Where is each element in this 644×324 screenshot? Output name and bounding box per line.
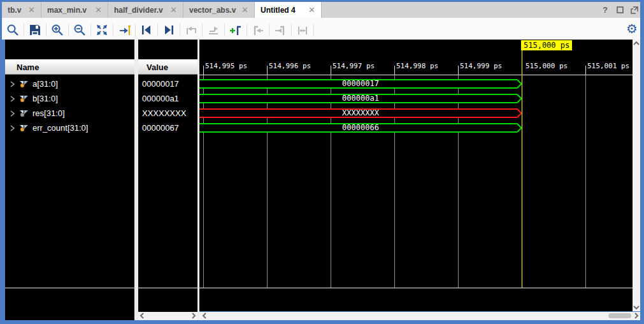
gridline: [267, 75, 268, 288]
bus-value: 000000a1: [199, 94, 522, 103]
waveform-canvas[interactable]: 514,995 ps 514,996 ps 514,997 ps 514,998…: [199, 40, 633, 311]
titlebar-icons: ?: [601, 2, 639, 18]
gridline: [458, 75, 459, 288]
scroll-down-icon[interactable]: [633, 304, 640, 311]
signal-value: 00000017: [138, 77, 197, 91]
settings-gear-icon[interactable]: ⚙: [626, 21, 638, 36]
signal-row-a[interactable]: a[31:0]: [5, 77, 134, 91]
close-icon[interactable]: ✕: [170, 6, 177, 14]
tab-label: max_min.v: [47, 6, 90, 15]
previous-marker-icon[interactable]: [250, 22, 266, 38]
wave-bottom-line: [199, 288, 633, 288]
float-window-icon[interactable]: [630, 6, 639, 15]
go-to-last-transition-icon[interactable]: [183, 22, 199, 38]
close-icon[interactable]: ✕: [28, 6, 35, 14]
tab-label: Untitled 4: [261, 6, 303, 15]
go-to-first-transition-icon[interactable]: [205, 22, 222, 38]
bus-signal-icon: [19, 124, 29, 132]
next-marker-icon[interactable]: [272, 22, 289, 38]
bus-signal-icon: [19, 109, 29, 117]
tab-label: vector_abs.v: [189, 6, 236, 15]
swap-cursors-icon[interactable]: [294, 22, 311, 38]
zoom-to-cursor-icon[interactable]: [117, 22, 133, 38]
signal-row-res[interactable]: res[31:0]: [5, 106, 134, 121]
value-header-label: Value: [147, 63, 168, 72]
ruler-baseline: [199, 75, 633, 75]
next-transition-icon[interactable]: [161, 22, 177, 38]
bus-value: XXXXXXXX: [199, 108, 522, 118]
signal-row-b[interactable]: b[31:0]: [5, 91, 134, 106]
tab-untitled-4[interactable]: Untitled 4 ✕: [255, 2, 322, 18]
scroll-left-icon[interactable]: [201, 312, 208, 320]
ruler-tick-label[interactable]: 514,999 ps: [460, 62, 502, 70]
tab-label: tb.v: [8, 6, 23, 15]
vertical-scrollbar[interactable]: [633, 40, 640, 311]
expand-chevron-icon[interactable]: [10, 81, 15, 87]
bus-value: 00000066: [199, 123, 522, 133]
expand-chevron-icon[interactable]: [10, 110, 15, 117]
ruler-tick-label[interactable]: 515,000 ps: [526, 62, 568, 70]
zoom-fit-icon[interactable]: [94, 22, 110, 38]
maximize-icon[interactable]: [615, 6, 624, 15]
name-header-label: Name: [17, 63, 39, 72]
bus-signal-icon: [19, 80, 29, 88]
signal-row-err-count[interactable]: err_count[31:0]: [5, 121, 134, 135]
ruler-tick-label[interactable]: 514,998 ps: [396, 62, 438, 70]
wave-cursor-line[interactable]: [522, 50, 522, 288]
value-column-header: Value: [138, 59, 197, 75]
signal-name: res[31:0]: [32, 108, 65, 118]
signal-value-panel: Value 00000017 000000a1 XXXXXXXX 0000006…: [138, 40, 197, 312]
name-column-header: Name: [5, 59, 134, 75]
close-icon[interactable]: ✕: [241, 6, 248, 14]
signal-name: err_count[31:0]: [32, 123, 88, 133]
ruler-tick-label[interactable]: 514,996 ps: [269, 62, 311, 70]
divider: [5, 288, 134, 288]
gridline: [331, 75, 331, 288]
previous-transition-icon[interactable]: [138, 22, 155, 38]
tab-tb-v[interactable]: tb.v ✕: [2, 2, 41, 18]
add-marker-icon[interactable]: [227, 22, 244, 38]
signal-name-panel: Name a[31:0] b[31:0] res[31:0] err_count…: [5, 40, 134, 320]
ruler-tick-label[interactable]: 514,997 ps: [333, 62, 375, 70]
waveform-hscrollbar[interactable]: [199, 312, 640, 320]
gridline: [203, 75, 204, 288]
scroll-right-icon[interactable]: [190, 312, 197, 320]
tab-label: half_divider.v: [114, 6, 165, 15]
wave-viewer-window: tb.v ✕ max_min.v ✕ half_divider.v ✕ vect…: [0, 0, 644, 324]
close-icon[interactable]: ✕: [308, 6, 315, 14]
scroll-right-icon[interactable]: [633, 312, 640, 320]
ruler-tick-label[interactable]: 515,001 ps: [587, 62, 629, 70]
expand-chevron-icon[interactable]: [10, 96, 15, 102]
zoom-in-icon[interactable]: [49, 22, 66, 38]
bus-signal-icon: [19, 94, 29, 103]
signal-value: 000000a1: [138, 91, 197, 106]
zoom-out-icon[interactable]: [71, 22, 88, 38]
tab-max-min-v[interactable]: max_min.v ✕: [41, 2, 108, 18]
tab-bar: tb.v ✕ max_min.v ✕ half_divider.v ✕ vect…: [2, 2, 640, 18]
tab-half-divider-v[interactable]: half_divider.v ✕: [108, 2, 183, 18]
expand-chevron-icon[interactable]: [10, 125, 15, 131]
divider: [138, 288, 197, 288]
scroll-up-icon[interactable]: [633, 40, 640, 47]
bus-value: 00000017: [199, 79, 522, 89]
signal-name: b[31:0]: [32, 94, 58, 103]
ruler-tick-label[interactable]: 514,995 ps: [205, 62, 247, 70]
close-icon[interactable]: ✕: [95, 6, 102, 14]
help-icon[interactable]: ?: [601, 6, 610, 15]
scroll-left-icon[interactable]: [138, 312, 146, 320]
signal-name: a[31:0]: [32, 79, 58, 89]
gridline: [585, 75, 586, 288]
value-panel-hscrollbar[interactable]: [138, 312, 197, 320]
signal-value: XXXXXXXX: [138, 106, 197, 121]
save-wave-config-icon[interactable]: [27, 22, 43, 38]
gridline: [394, 75, 395, 288]
signal-value: 00000067: [138, 121, 197, 135]
find-icon[interactable]: [4, 22, 21, 38]
cursor-time-badge[interactable]: 515,000 ps: [521, 40, 572, 50]
scrollbar-thumb[interactable]: [608, 313, 631, 318]
tab-vector-abs-v[interactable]: vector_abs.v ✕: [183, 2, 255, 18]
